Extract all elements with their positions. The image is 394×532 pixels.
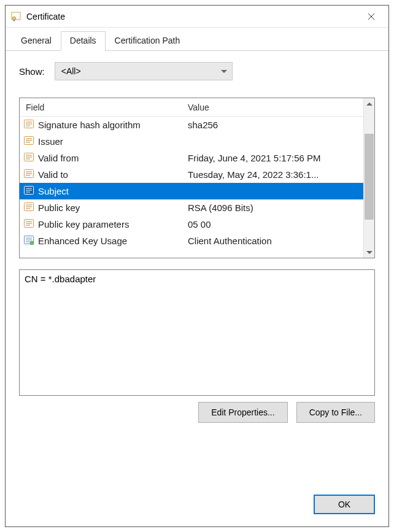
chevron-up-icon: [366, 102, 373, 106]
field-value: Friday, June 4, 2021 5:17:56 PM: [184, 153, 363, 163]
list-row[interactable]: Issuer: [20, 133, 363, 150]
button-row: Edit Properties... Copy to File...: [19, 402, 375, 423]
list-row[interactable]: Valid from Friday, June 4, 2021 5:17:56 …: [20, 150, 363, 166]
dialog-footer: OK: [6, 485, 388, 526]
list-row[interactable]: Subject: [20, 183, 363, 199]
scroll-down-button[interactable]: [364, 247, 374, 258]
header-value[interactable]: Value: [184, 102, 363, 112]
list-row[interactable]: Valid to Tuesday, May 24, 2022 3:36:1...: [20, 166, 363, 183]
field-name: Valid to: [38, 169, 68, 180]
list-header: Field Value: [20, 98, 363, 117]
field-value: sha256: [184, 120, 363, 130]
tab-certification-path[interactable]: Certification Path: [106, 31, 190, 51]
field-name: Subject: [38, 186, 69, 196]
field-icon: [23, 119, 34, 131]
header-field[interactable]: Field: [20, 102, 184, 112]
close-icon: [368, 13, 375, 20]
field-name: Public key parameters: [38, 219, 129, 229]
ok-button[interactable]: OK: [314, 495, 375, 514]
scroll-up-button[interactable]: [364, 98, 374, 109]
list-row[interactable]: Enhanced Key Usage Client Authentication: [20, 233, 363, 249]
list-row[interactable]: Signature hash algorithm sha256: [20, 117, 363, 133]
tabs: General Details Certification Path: [6, 31, 388, 51]
show-row: Show: <All>: [19, 62, 375, 80]
field-icon: [23, 218, 34, 230]
close-button[interactable]: [359, 7, 384, 26]
field-icon: [23, 202, 34, 214]
fields-listbox: Field Value Signature hash algorithm sha…: [19, 98, 375, 258]
chevron-down-icon: [221, 70, 227, 73]
field-name: Valid from: [38, 153, 79, 163]
chevron-down-icon: [366, 251, 373, 254]
field-name: Public key: [38, 202, 80, 213]
edit-properties-button[interactable]: Edit Properties...: [198, 402, 288, 423]
tab-details[interactable]: Details: [61, 31, 106, 51]
field-icon: [23, 152, 34, 164]
list-rows: Signature hash algorithm sha256 Issuer V…: [20, 117, 363, 258]
field-name: Signature hash algorithm: [38, 120, 141, 130]
window-title: Certificate: [26, 12, 359, 21]
field-value: 05 00: [184, 219, 363, 229]
title-bar: Certificate: [6, 6, 388, 28]
show-label: Show:: [19, 66, 45, 77]
field-icon: [23, 136, 34, 147]
field-value: Tuesday, May 24, 2022 3:36:1...: [184, 169, 363, 180]
field-detail-text[interactable]: CN = *.dbadapter: [19, 269, 375, 396]
certificate-icon: [10, 11, 21, 22]
list-row[interactable]: Public key RSA (4096 Bits): [20, 199, 363, 216]
scroll-thumb[interactable]: [365, 134, 374, 220]
scroll-track[interactable]: [364, 109, 374, 247]
field-name: Enhanced Key Usage: [38, 236, 127, 246]
list-row[interactable]: Public key parameters 05 00: [20, 216, 363, 233]
show-dropdown[interactable]: <All>: [55, 62, 233, 80]
copy-to-file-button[interactable]: Copy to File...: [296, 402, 375, 423]
show-value: <All>: [61, 66, 81, 76]
field-icon: [23, 235, 34, 247]
svg-point-36: [30, 241, 34, 245]
certificate-dialog: Certificate General Details Certificatio…: [5, 5, 389, 527]
field-value: RSA (4096 Bits): [184, 202, 363, 213]
field-icon: [23, 169, 34, 180]
field-name: Issuer: [38, 136, 63, 147]
tab-general[interactable]: General: [12, 31, 61, 51]
scrollbar[interactable]: [363, 98, 374, 258]
field-value: Client Authentication: [184, 236, 363, 246]
details-panel: Show: <All> Field Value Signature hash a…: [6, 51, 388, 485]
field-icon: [23, 185, 34, 197]
